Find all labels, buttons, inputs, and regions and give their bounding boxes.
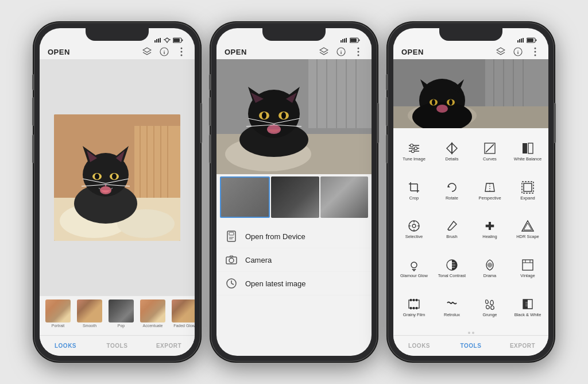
power-button-2[interactable] [377,103,379,143]
tool-vintage[interactable]: Vintage [509,249,546,287]
svg-point-50 [358,51,359,53]
info-icon-2[interactable]: i [336,47,346,57]
thumb-portrait-label: Portrait [52,324,65,328]
nav-looks-1[interactable]: LOOKS [40,343,91,349]
tool-hdr-scape[interactable]: HDR Scape [509,210,546,248]
nav-export-3[interactable]: EXPORT [497,343,548,349]
thumb-faded-glow[interactable]: Faded Glow [169,299,195,332]
volume-up-button-2[interactable] [209,97,211,126]
volume-up-button[interactable] [32,97,34,126]
svg-rect-40 [342,39,343,43]
tool-perspective[interactable]: Perspective [471,172,508,210]
svg-rect-158 [410,299,412,301]
svg-point-32 [112,174,117,179]
open-device-item[interactable]: Open from Device [216,225,372,248]
nav-tools-3[interactable]: TOOLS [445,343,497,349]
svg-text:i: i [341,49,342,55]
svg-rect-5 [173,39,180,42]
grid-thumb-1[interactable] [220,176,270,218]
notch [86,28,149,41]
tool-grainy-film[interactable]: Grainy Film [396,288,432,326]
tool-white-balance[interactable]: White Balance [509,133,546,171]
svg-point-11 [181,51,183,53]
tools-grid: Tune Image Details Curves [393,128,548,331]
tool-details[interactable]: Details [434,133,470,171]
svg-rect-153 [523,260,533,270]
svg-rect-162 [413,307,415,309]
grid-thumb-3[interactable] [320,176,368,218]
perspective-label: Perspective [478,196,501,201]
latest-image-item[interactable]: Open latest image [216,272,372,295]
thumb-accentuate-img [140,299,165,322]
open-button-2[interactable]: OPEN [225,48,319,56]
grid-thumb-2[interactable] [271,176,319,218]
grunge-label: Grunge [482,313,497,317]
thumb-faded-glow-img [172,299,195,322]
tonal-contrast-icon [445,258,459,272]
tool-drama[interactable]: Drama [471,249,508,287]
device-icon [226,231,237,242]
svg-point-115 [436,105,448,113]
svg-point-97 [535,51,536,53]
clock-icon [226,278,237,289]
more-icon-2[interactable] [353,47,363,57]
svg-point-51 [358,55,359,56]
more-icon-1[interactable] [176,47,187,57]
more-icon-3[interactable] [530,47,540,57]
expand-icon [521,181,535,194]
thumb-accentuate[interactable]: Accentuate [138,299,168,332]
tool-retrolux[interactable]: Retrolux [434,288,470,326]
power-button-3[interactable] [554,103,556,143]
volume-down-button[interactable] [32,135,34,163]
tune-image-label: Tune Image [403,157,425,162]
svg-rect-0 [154,40,156,43]
mute-button[interactable] [32,74,34,90]
thumb-smooth-img [77,299,102,322]
info-icon-1[interactable]: i [159,47,169,57]
tool-curves[interactable]: Curves [471,133,508,171]
nav-looks-3[interactable]: LOOKS [393,343,445,349]
svg-text:i: i [517,49,519,55]
volume-down-button-3[interactable] [386,135,388,163]
tool-tonal-contrast[interactable]: Tonal Contrast [434,249,470,287]
svg-rect-143 [489,222,491,230]
bottom-nav-3: LOOKS TOOLS EXPORT [393,335,548,356]
tool-black-white[interactable]: Black & White [509,288,546,326]
tool-grunge[interactable]: Grunge [471,288,508,326]
thumb-portrait-img [45,299,71,322]
tool-healing[interactable]: Healing [471,210,508,248]
tool-tune-image[interactable]: Tune Image [396,133,432,171]
power-button[interactable] [200,103,202,143]
open-button-3[interactable]: OPEN [401,48,496,56]
volume-up-button-3[interactable] [386,97,388,126]
tool-crop[interactable]: Crop [396,172,432,210]
layers-icon-1[interactable] [142,47,152,57]
open-button-1[interactable]: OPEN [48,48,142,56]
tool-glamour-glow[interactable]: Glamour Glow [396,249,432,287]
camera-item[interactable]: Camera [216,248,372,272]
white-balance-icon [521,141,535,155]
glamour-glow-label: Glamour Glow [400,274,428,278]
thumb-pop[interactable]: Pop [106,299,136,332]
details-icon [445,141,459,155]
tool-expand[interactable]: Expand [509,172,546,210]
tool-brush[interactable]: Brush [434,210,470,248]
mute-button-3[interactable] [386,74,388,90]
tool-selective[interactable]: Selective [396,210,432,248]
layers-icon-3[interactable] [496,47,506,57]
mute-button-2[interactable] [209,74,211,90]
camera-icon [226,254,237,266]
svg-rect-14 [134,126,180,206]
grunge-icon [483,297,497,311]
brush-icon [445,219,459,233]
thumb-smooth[interactable]: Smooth [75,299,105,332]
open-device-label: Open from Device [245,232,305,241]
thumb-portrait[interactable]: Portrait [43,299,73,332]
nav-export-1[interactable]: EXPORT [143,343,195,349]
layers-icon-2[interactable] [319,47,329,57]
info-icon-3[interactable]: i [513,47,523,57]
volume-down-button-2[interactable] [209,135,211,163]
tool-rotate[interactable]: Rotate [434,172,470,210]
nav-tools-1[interactable]: TOOLS [91,343,143,349]
svg-rect-87 [519,39,520,43]
